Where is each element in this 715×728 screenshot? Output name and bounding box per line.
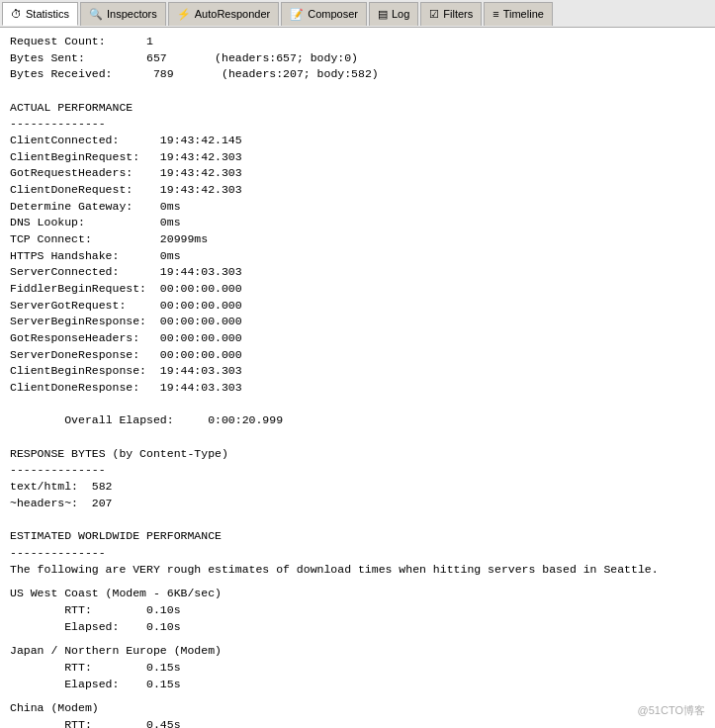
- perf-row: ClientDoneRequest: 19:43:42.303: [10, 182, 705, 199]
- perf-row: ClientBeginResponse: 19:44:03.303: [10, 363, 705, 380]
- performance-rows: ClientConnected: 19:43:42.145ClientBegin…: [10, 133, 705, 397]
- tab-log-label: Log: [392, 8, 409, 20]
- region-block: US West Coast (Modem - 6KB/sec) RTT: 0.1…: [10, 586, 705, 635]
- statistics-icon: ⏱: [11, 8, 22, 20]
- divider-2: --------------: [10, 462, 705, 479]
- request-count-label: Request Count:: [10, 35, 106, 47]
- estimated-heading: ESTIMATED WORLDWIDE PERFORMANCE: [10, 528, 705, 545]
- tab-composer-label: Composer: [308, 8, 358, 20]
- divider-3: --------------: [10, 545, 705, 562]
- region-rtt: RTT: 0.15s: [10, 660, 705, 677]
- estimated-note: The following are VERY rough estimates o…: [10, 562, 705, 579]
- overall-elapsed-row: Overall Elapsed: 0:00:20.999: [10, 412, 705, 429]
- bytes-sent-value: 657: [146, 51, 167, 64]
- perf-row: FiddlerBeginRequest: 00:00:00.000: [10, 281, 705, 298]
- tab-filters[interactable]: ☑ Filters: [420, 2, 482, 26]
- perf-row: Determine Gateway: 0ms: [10, 199, 705, 216]
- region-rtt: RTT: 0.45s: [10, 717, 705, 728]
- statistics-content: Request Count: 1 Bytes Sent: 657 (header…: [0, 28, 715, 728]
- region-name: China (Modem): [10, 700, 705, 717]
- perf-row: GotRequestHeaders: 19:43:42.303: [10, 165, 705, 182]
- filters-icon: ☑: [429, 8, 439, 21]
- tab-composer[interactable]: 📝 Composer: [281, 2, 367, 26]
- region-name: Japan / Northern Europe (Modem): [10, 643, 705, 660]
- log-icon: ▤: [378, 8, 388, 21]
- bytes-sent-label: Bytes Sent:: [10, 51, 85, 64]
- divider-1: --------------: [10, 116, 705, 133]
- request-info: Request Count: 1 Bytes Sent: 657 (header…: [10, 34, 705, 83]
- region-block: Japan / Northern Europe (Modem) RTT: 0.1…: [10, 643, 705, 692]
- perf-row: ClientDoneResponse: 19:44:03.303: [10, 380, 705, 397]
- actual-performance-heading: ACTUAL PERFORMANCE: [10, 100, 705, 117]
- perf-row: ServerConnected: 19:44:03.303: [10, 264, 705, 281]
- inspectors-icon: 🔍: [89, 8, 103, 21]
- tab-inspectors[interactable]: 🔍 Inspectors: [80, 2, 166, 26]
- tab-log[interactable]: ▤ Log: [369, 2, 418, 26]
- watermark: @51CTO博客: [638, 703, 705, 718]
- bytes-received-value: 789: [153, 67, 174, 80]
- tab-statistics[interactable]: ⏱ Statistics: [2, 2, 78, 26]
- bytes-sent-detail: (headers:657; body:0): [215, 51, 358, 64]
- tab-timeline[interactable]: ≡ Timeline: [484, 2, 553, 26]
- tab-statistics-label: Statistics: [26, 8, 69, 20]
- overall-elapsed-label: Overall Elapsed:: [64, 413, 173, 426]
- response-bytes-rows: text/html: 582~headers~: 207: [10, 479, 705, 511]
- perf-row: DNS Lookup: 0ms: [10, 215, 705, 231]
- response-byte-row: ~headers~: 207: [10, 496, 705, 512]
- response-bytes-heading: RESPONSE BYTES (by Content-Type): [10, 446, 705, 463]
- perf-row: TCP Connect: 20999ms: [10, 231, 705, 248]
- bytes-received-label: Bytes Received:: [10, 67, 113, 80]
- region-rtt: RTT: 0.10s: [10, 602, 705, 619]
- bytes-received-detail: (headers:207; body:582): [222, 67, 379, 80]
- perf-row: HTTPS Handshake: 0ms: [10, 248, 705, 265]
- tab-autoresponder-label: AutoResponder: [195, 8, 270, 20]
- tab-bar: ⏱ Statistics 🔍 Inspectors ⚡ AutoResponde…: [0, 0, 715, 28]
- perf-row: ServerGotRequest: 00:00:00.000: [10, 298, 705, 315]
- region-block: China (Modem) RTT: 0.45s Elapsed: 0.45s: [10, 700, 705, 728]
- autoresponder-icon: ⚡: [177, 8, 191, 21]
- regions: US West Coast (Modem - 6KB/sec) RTT: 0.1…: [10, 586, 705, 728]
- tab-autoresponder[interactable]: ⚡ AutoResponder: [168, 2, 279, 26]
- tab-inspectors-label: Inspectors: [107, 8, 157, 20]
- perf-row: ServerDoneResponse: 00:00:00.000: [10, 347, 705, 364]
- composer-icon: 📝: [290, 8, 304, 21]
- overall-elapsed-value: 0:00:20.999: [208, 413, 283, 426]
- tab-filters-label: Filters: [443, 8, 473, 20]
- timeline-icon: ≡: [492, 8, 498, 20]
- request-count-value: 1: [146, 35, 153, 47]
- region-elapsed: Elapsed: 0.10s: [10, 619, 705, 636]
- region-elapsed: Elapsed: 0.15s: [10, 677, 705, 693]
- perf-row: GotResponseHeaders: 00:00:00.000: [10, 330, 705, 347]
- perf-row: ClientBeginRequest: 19:43:42.303: [10, 149, 705, 166]
- perf-row: ServerBeginResponse: 00:00:00.000: [10, 314, 705, 330]
- region-name: US West Coast (Modem - 6KB/sec): [10, 586, 705, 602]
- response-byte-row: text/html: 582: [10, 479, 705, 496]
- perf-row: ClientConnected: 19:43:42.145: [10, 133, 705, 149]
- tab-timeline-label: Timeline: [503, 8, 544, 20]
